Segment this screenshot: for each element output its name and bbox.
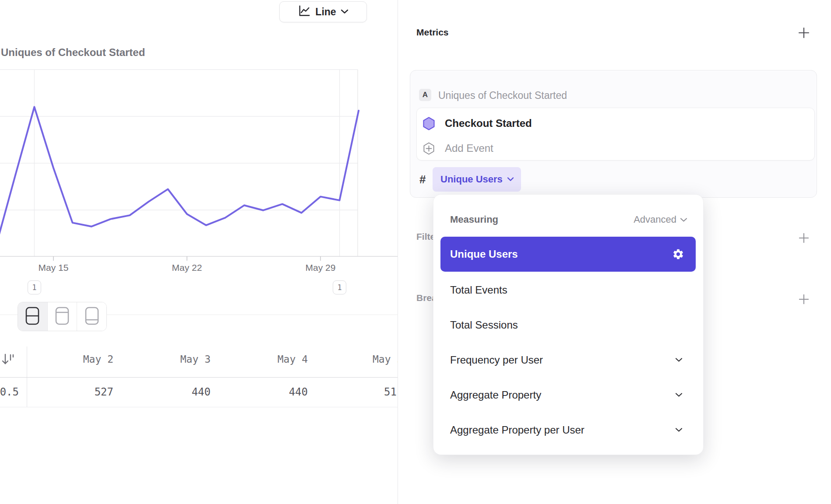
chart-type-select[interactable]: Line (279, 1, 367, 22)
header-rule (0, 377, 398, 378)
line-chart-icon (298, 4, 311, 19)
option-label: Total Sessions (450, 319, 518, 331)
chevron-down-icon (675, 426, 683, 434)
add-metric-button[interactable] (797, 26, 810, 39)
event-hexagon-icon (423, 117, 435, 130)
x-axis-label: May 29 (294, 262, 347, 273)
option-label: Frequency per User (450, 354, 543, 366)
table-cell: 440 (221, 386, 308, 399)
layout-table-only-button[interactable] (77, 302, 106, 331)
dropdown-option-total-sessions[interactable]: Total Sessions (440, 308, 696, 343)
add-event-hexagon-plus-icon (423, 142, 435, 155)
panel-divider (398, 0, 398, 504)
chevron-down-icon (680, 217, 687, 222)
metrics-header: Metrics (416, 27, 449, 38)
advanced-label: Advanced (634, 214, 676, 225)
event-name: Checkout Started (445, 117, 532, 130)
layout-toggle-group (18, 302, 107, 331)
chevron-down-icon (675, 356, 683, 364)
metric-letter-badge: A (419, 89, 431, 101)
split-rows-icon (25, 307, 39, 327)
column-header[interactable]: May 5 (373, 354, 398, 366)
x-axis-label: May 15 (27, 262, 80, 273)
x-axis-label: May 22 (161, 262, 213, 273)
option-label: Aggregate Property (450, 389, 541, 401)
gear-icon[interactable] (672, 248, 684, 262)
table-cell: 440 (124, 386, 211, 399)
chevron-down-icon (341, 8, 349, 16)
advanced-toggle[interactable]: Advanced (634, 214, 687, 225)
table-bottom-rule (0, 407, 398, 407)
option-label: Aggregate Property per User (450, 424, 585, 436)
top-pane-icon (55, 307, 69, 327)
annotation-badge[interactable]: 1 (333, 280, 346, 294)
add-event-row[interactable]: Add Event (417, 135, 814, 161)
chart-panel: Line Uniques of Checkout Started May 15 … (0, 0, 398, 504)
measure-chip[interactable]: Unique Users (433, 167, 521, 192)
selected-option-label: Unique Users (450, 248, 518, 260)
layout-chart-only-button[interactable] (47, 302, 77, 331)
chevron-down-icon (675, 391, 683, 399)
column-header[interactable]: May 3 (124, 354, 211, 366)
add-filter-button[interactable] (797, 231, 810, 245)
trend-line-series[interactable] (0, 107, 359, 245)
dropdown-option-aggregate-property-per-user[interactable]: Aggregate Property per User (440, 413, 696, 448)
layout-split-button[interactable] (18, 302, 47, 331)
measuring-dropdown: Measuring Advanced Unique Users Total Ev… (433, 194, 704, 455)
measuring-label: Measuring (450, 214, 498, 225)
column-header[interactable]: May 2 (27, 354, 113, 366)
dropdown-option-total-events[interactable]: Total Events (440, 273, 696, 308)
bottom-pane-icon (85, 307, 99, 327)
event-row[interactable]: Checkout Started (417, 110, 814, 136)
dropdown-option-unique-users[interactable]: Unique Users (440, 237, 696, 272)
add-breakdown-button[interactable] (797, 293, 810, 306)
measure-hash-symbol: # (419, 173, 426, 186)
metric-title: Uniques of Checkout Started (438, 90, 567, 102)
event-card: Checkout Started Add Event (416, 108, 815, 161)
chevron-down-icon (507, 175, 514, 183)
sort-descending-icon[interactable] (1, 353, 15, 368)
add-event-label: Add Event (445, 142, 493, 154)
option-label: Total Events (450, 284, 507, 296)
results-table: May 2 May 3 May 4 May 5 0.5 527 440 440 … (0, 341, 398, 411)
column-header[interactable]: May 4 (221, 354, 308, 366)
chart-type-label: Line (315, 6, 336, 18)
annotation-badge[interactable]: 1 (28, 280, 41, 294)
chart-title: Uniques of Checkout Started (1, 46, 145, 59)
dropdown-option-frequency-per-user[interactable]: Frequency per User (440, 343, 696, 378)
dropdown-option-aggregate-property[interactable]: Aggregate Property (440, 378, 696, 413)
table-cell: 527 (27, 386, 113, 399)
table-cell: 51 (384, 386, 398, 399)
measure-chip-label: Unique Users (440, 174, 503, 185)
line-chart[interactable] (0, 66, 398, 271)
table-cell: 0.5 (0, 386, 19, 399)
